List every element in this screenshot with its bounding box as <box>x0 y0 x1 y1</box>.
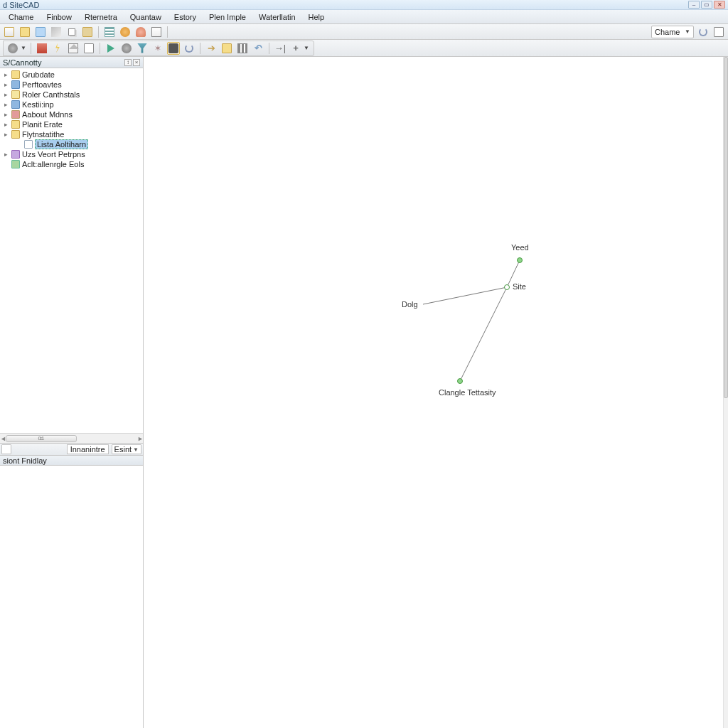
tree-node[interactable]: ▸Perftoavtes <box>0 80 143 90</box>
menu-rternetra[interactable]: Rternetra <box>79 11 123 23</box>
filter-button[interactable] <box>136 42 149 55</box>
prop-name-field[interactable]: Innanintre <box>67 444 109 454</box>
panel-pin-button[interactable]: ↕ <box>124 59 132 66</box>
flag-button[interactable] <box>36 42 48 55</box>
rotate-button[interactable] <box>183 42 196 55</box>
expand-icon[interactable]: ▸ <box>3 122 9 128</box>
list-button[interactable] <box>150 26 163 38</box>
cut-button[interactable] <box>50 26 63 38</box>
columns-button[interactable] <box>236 42 249 55</box>
canvas-vscroll[interactable] <box>723 57 728 728</box>
new-button[interactable] <box>3 26 16 38</box>
bolt-icon <box>53 43 63 53</box>
grid-button[interactable] <box>103 26 116 38</box>
person-icon <box>136 27 146 37</box>
tree-node[interactable]: ▸Uzs Veort Petrpns <box>0 149 143 159</box>
panel-close-button[interactable]: × <box>133 59 140 66</box>
tree-hscroll[interactable]: ◄ 01 ► <box>0 433 143 443</box>
tree-node-icon <box>11 150 20 159</box>
tree-node[interactable]: ▸Aabout Mdnns <box>0 109 143 119</box>
undo-button[interactable]: ↶ <box>252 42 264 55</box>
prop-edit-button[interactable]: Esint ▼ <box>112 444 141 454</box>
import-button[interactable]: →| <box>274 42 287 55</box>
maximize-button[interactable]: ▭ <box>701 1 712 9</box>
tree-node[interactable]: ▸Roler Canthstals <box>0 90 143 100</box>
extra-button[interactable] <box>712 26 725 38</box>
expand-icon[interactable]: ▸ <box>3 82 9 88</box>
play-button[interactable] <box>105 42 117 55</box>
menu-quantaw[interactable]: Quantaw <box>124 11 167 23</box>
expand-icon[interactable]: ▸ <box>3 102 9 108</box>
menu-estory[interactable]: Estory <box>168 11 202 23</box>
graph-edge <box>460 287 507 381</box>
star-icon: ✶ <box>154 43 161 53</box>
graph-node[interactable] <box>458 379 463 384</box>
settings-button[interactable] <box>6 42 19 55</box>
tree-node[interactable]: ▸Kestii:inp <box>0 100 143 109</box>
tree-node-icon <box>11 100 20 109</box>
chevron-down-icon[interactable]: ▼ <box>304 45 309 51</box>
mail-button[interactable] <box>67 42 80 55</box>
folder-button[interactable] <box>220 42 233 55</box>
tree-node[interactable]: Lista Aoltiharn <box>0 139 143 149</box>
expand-icon[interactable]: ▸ <box>3 92 9 98</box>
scroll-left-icon[interactable]: ◄ <box>0 435 6 442</box>
document-icon <box>84 43 94 53</box>
person-button[interactable] <box>134 26 147 38</box>
expand-icon[interactable]: ▸ <box>3 151 9 158</box>
gear2-button[interactable] <box>120 42 133 55</box>
vscroll-thumb[interactable] <box>724 57 728 398</box>
tree-node[interactable]: ▸Grubdate <box>0 70 143 80</box>
menu-chame[interactable]: Chame <box>3 11 39 23</box>
mail-icon <box>68 43 78 53</box>
arrow-button[interactable]: ➔ <box>205 42 218 55</box>
graph-node[interactable] <box>505 285 510 290</box>
expand-icon[interactable]: ▸ <box>3 72 9 78</box>
minimize-button[interactable]: – <box>688 1 700 9</box>
import-icon: →| <box>274 43 286 53</box>
scroll-thumb[interactable]: 01 <box>6 435 77 442</box>
toolbar-2: ▼ ✶ ➔ ↶ →| + ▼ <box>0 40 728 57</box>
prop-slot-1[interactable] <box>1 444 11 454</box>
canvas[interactable]: YeedSiteClangle TettasityDolg <box>144 57 728 728</box>
graph: YeedSiteClangle TettasityDolg <box>144 57 728 728</box>
chevron-down-icon[interactable]: ▼ <box>21 45 26 51</box>
copy-button[interactable] <box>65 26 78 38</box>
scroll-right-icon[interactable]: ► <box>137 435 143 442</box>
menu-help[interactable]: Help <box>303 11 331 23</box>
tree-node-icon <box>11 110 20 119</box>
tree-node[interactable]: ▸Planit Erate <box>0 119 143 129</box>
toolbar-separator <box>100 43 100 54</box>
save-button[interactable] <box>34 26 47 38</box>
link-button[interactable] <box>119 26 132 38</box>
tree: ▸Grubdate▸Perftoavtes▸Roler Canthstals▸K… <box>0 68 143 433</box>
sidebar: S/Cannotty ↕ × ▸Grubdate▸Perftoavtes▸Rol… <box>0 57 144 728</box>
refresh-button[interactable] <box>697 26 710 38</box>
bolt-button[interactable] <box>51 42 64 55</box>
paste-button[interactable] <box>81 26 94 38</box>
mode-button-active[interactable] <box>167 42 180 55</box>
new-icon <box>4 27 14 37</box>
tree-node[interactable]: Aclt:allenrgle Eols <box>0 159 143 169</box>
menu-waterllatin[interactable]: Waterllatin <box>253 11 301 23</box>
tree-node-label: Planit Erate <box>22 120 63 129</box>
tree-node-label: Flytnstatithe <box>22 130 64 139</box>
doc-button[interactable] <box>82 42 95 55</box>
open-button[interactable] <box>18 26 31 38</box>
play-icon <box>107 44 114 53</box>
graph-node[interactable] <box>518 258 523 263</box>
close-button[interactable]: ✕ <box>714 1 725 9</box>
expand-icon[interactable]: ▸ <box>3 132 9 138</box>
menu-finbow[interactable]: Finbow <box>41 11 77 23</box>
list-icon <box>151 27 161 37</box>
view-combo[interactable]: Chame ▼ <box>651 26 694 38</box>
expand-icon[interactable]: ▸ <box>3 112 9 118</box>
columns-icon <box>237 43 247 53</box>
tree-node-label: Aclt:allenrgle Eols <box>22 160 84 168</box>
tree-node[interactable]: ▸Flytnstatithe <box>0 129 143 139</box>
expand-icon[interactable] <box>3 161 9 168</box>
property-header: Innanintre Esint ▼ <box>0 443 143 456</box>
star-button[interactable]: ✶ <box>151 42 164 55</box>
add-button[interactable]: + <box>289 42 302 55</box>
menu-plen-imple[interactable]: Plen Imple <box>203 11 252 23</box>
